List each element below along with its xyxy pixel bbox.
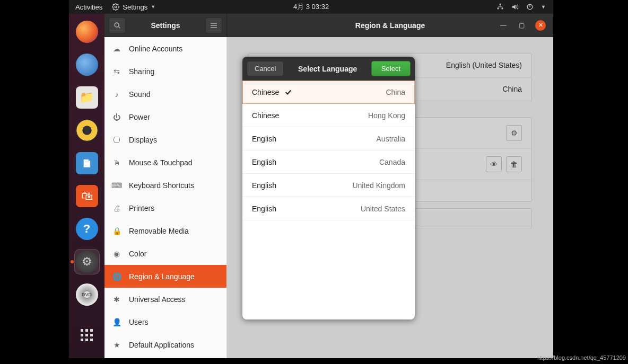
select-language-dialog: Cancel Select Language Select ChineseChi… <box>242 57 415 319</box>
svg-rect-3 <box>502 8 503 10</box>
gear-icon <box>112 3 119 11</box>
sidebar-item-label: Printers <box>129 204 154 212</box>
dock-thunderbird[interactable] <box>74 52 100 77</box>
maximize-button[interactable]: ▢ <box>517 21 526 30</box>
sidebar-icon: ♪ <box>112 90 121 99</box>
sidebar-item-keyboard-shortcuts[interactable]: ⌨Keyboard Shortcuts <box>104 174 226 197</box>
activities-button[interactable]: Activities <box>75 3 102 11</box>
sidebar-item-label: Users <box>129 318 149 326</box>
search-button[interactable] <box>109 17 126 33</box>
sidebar-icon: 🖨 <box>112 204 121 212</box>
language-list[interactable]: ChineseChinaChineseHong KongEnglishAustr… <box>242 81 415 319</box>
language-region: United States <box>361 205 405 213</box>
sidebar-title: Settings <box>126 21 205 30</box>
dock-software[interactable]: 🛍 <box>74 183 100 209</box>
dock-disc[interactable]: DVD <box>74 282 100 307</box>
sidebar-icon: 🖱 <box>112 158 121 167</box>
language-region: United Kingdom <box>352 181 405 190</box>
topbar-app-menu[interactable]: Settings ▼ <box>112 3 155 11</box>
sidebar-item-universal-access[interactable]: ✱Universal Access <box>104 288 226 310</box>
sidebar-item-displays[interactable]: 🖵Displays <box>104 128 226 151</box>
dock-files[interactable]: 📁 <box>74 85 100 110</box>
sidebar-item-users[interactable]: 👤Users <box>104 310 226 333</box>
sidebar-icon: ◉ <box>112 250 121 258</box>
sidebar-icon: ☁ <box>112 45 121 53</box>
dock-writer[interactable]: 📄 <box>74 150 100 176</box>
dock-firefox[interactable] <box>74 19 100 45</box>
clock[interactable]: 4月 3 03:32 <box>293 2 329 12</box>
language-name: English <box>252 135 276 143</box>
settings-sidebar[interactable]: ☁Online Accounts⇆Sharing♪Sound⏻Power🖵Dis… <box>104 37 227 358</box>
language-region: Australia <box>377 135 405 143</box>
svg-point-6 <box>115 23 119 27</box>
cancel-button[interactable]: Cancel <box>247 61 284 76</box>
sidebar-item-mouse-touchpad[interactable]: 🖱Mouse & Touchpad <box>104 151 226 174</box>
language-name: English <box>252 181 276 190</box>
language-option[interactable]: EnglishUnited Kingdom <box>242 174 415 197</box>
language-region: China <box>386 88 405 96</box>
volume-icon[interactable] <box>511 3 519 11</box>
svg-point-0 <box>115 6 117 8</box>
sidebar-item-color[interactable]: ◉Color <box>104 242 226 265</box>
sidebar-icon: 🖵 <box>112 136 121 144</box>
sidebar-item-label: Sound <box>129 90 150 99</box>
chevron-down-icon: ▼ <box>151 4 155 10</box>
dock-help[interactable]: ? <box>74 216 100 242</box>
apps-grid-icon <box>81 329 93 341</box>
sidebar-item-sound[interactable]: ♪Sound <box>104 83 226 105</box>
language-option[interactable]: ChineseHong Kong <box>242 104 415 127</box>
sidebar-item-label: Default Applications <box>129 341 194 349</box>
dock-show-apps[interactable] <box>74 322 100 348</box>
page-title: Region & Language <box>355 21 425 30</box>
sidebar-item-region-language[interactable]: 🌐Region & Language <box>104 265 226 288</box>
sidebar-icon: ✱ <box>112 295 121 304</box>
sidebar-item-online-accounts[interactable]: ☁Online Accounts <box>104 37 226 60</box>
window-titlebar: Settings Region & Language — ▢ ✕ <box>104 14 553 37</box>
sidebar-icon: ⇆ <box>112 67 121 76</box>
dock-settings[interactable]: ⚙ <box>74 249 100 274</box>
svg-rect-2 <box>498 8 499 10</box>
sidebar-item-printers[interactable]: 🖨Printers <box>104 197 226 219</box>
sidebar-item-label: Sharing <box>129 67 154 76</box>
network-icon[interactable] <box>496 3 504 11</box>
language-option[interactable]: ChineseChina <box>242 81 415 104</box>
dock-rhythmbox[interactable] <box>74 118 100 143</box>
dialog-title: Select Language <box>284 65 371 73</box>
sidebar-item-label: Region & Language <box>129 272 195 281</box>
sidebar-item-label: Power <box>129 113 150 121</box>
power-icon[interactable] <box>526 3 534 11</box>
language-option[interactable]: EnglishCanada <box>242 150 415 174</box>
language-name: English <box>252 205 276 213</box>
sidebar-icon: ⏻ <box>112 113 121 121</box>
sidebar-item-label: Keyboard Shortcuts <box>129 181 194 190</box>
menu-button[interactable] <box>205 17 222 33</box>
svg-rect-1 <box>500 4 501 5</box>
sidebar-item-removable-media[interactable]: 🔒Removable Media <box>104 219 226 242</box>
sidebar-item-label: Removable Media <box>129 227 189 235</box>
sidebar-icon: 👤 <box>112 318 121 326</box>
language-name: Chinese <box>252 111 279 120</box>
language-name: English <box>252 158 276 166</box>
language-option[interactable]: EnglishUnited States <box>242 197 415 220</box>
sidebar-item-default-applications[interactable]: ★Default Applications <box>104 333 226 356</box>
language-region: Canada <box>379 158 405 166</box>
language-name: Chinese <box>252 88 292 96</box>
sidebar-item-sharing[interactable]: ⇆Sharing <box>104 60 226 83</box>
sidebar-icon: ⌨ <box>112 181 121 190</box>
language-region: Hong Kong <box>368 111 405 120</box>
select-button[interactable]: Select <box>371 61 411 76</box>
svg-line-7 <box>119 26 120 28</box>
close-button[interactable]: ✕ <box>535 20 546 31</box>
sidebar-item-label: Displays <box>129 136 157 144</box>
watermark: https://blog.csdn.net/qq_45771209 <box>536 354 626 361</box>
sidebar-item-label: Online Accounts <box>129 45 182 53</box>
topbar-app-label: Settings <box>123 3 147 11</box>
minimize-button[interactable]: — <box>499 21 508 30</box>
sidebar-item-label: Universal Access <box>129 295 186 304</box>
chevron-down-icon[interactable]: ▼ <box>541 4 546 10</box>
sidebar-item-label: Color <box>129 250 146 258</box>
sidebar-item-power[interactable]: ⏻Power <box>104 105 226 128</box>
dock: 📁 📄 🛍 ? ⚙ DVD <box>69 14 104 358</box>
language-option[interactable]: EnglishAustralia <box>242 127 415 150</box>
sidebar-icon: 🔒 <box>112 227 121 235</box>
